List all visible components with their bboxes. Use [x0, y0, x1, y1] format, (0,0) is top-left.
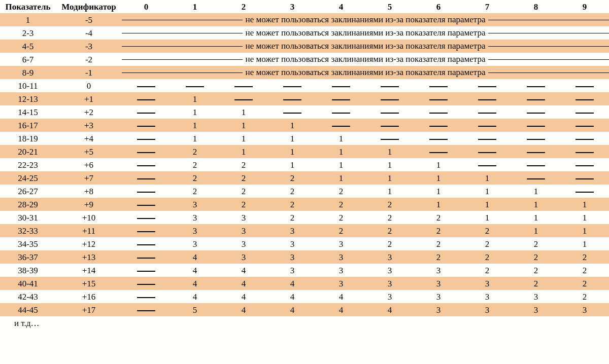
cell-modifier: +4	[56, 132, 122, 145]
col-level-6: 6	[414, 0, 463, 13]
dash-icon	[478, 139, 496, 140]
cell-bonus	[317, 92, 365, 105]
cell-modifier: +6	[56, 158, 122, 171]
cell-bonus	[317, 105, 365, 119]
cell-modifier: -4	[56, 26, 122, 40]
cell-bonus: 3	[268, 224, 317, 237]
cell-score: 42-43	[0, 290, 56, 303]
cell-modifier: 0	[56, 79, 122, 92]
cell-bonus	[122, 237, 171, 250]
cell-modifier: +13	[56, 250, 122, 264]
cell-score: 1	[0, 13, 56, 26]
cell-score: 44-45	[0, 303, 56, 316]
table-row: 2-3-4не может пользоваться заклинаниями …	[0, 26, 609, 40]
cell-modifier: +14	[56, 264, 122, 277]
cell-bonus: 3	[317, 277, 365, 290]
cell-bonus: 1	[317, 145, 365, 158]
cell-bonus: 4	[219, 290, 268, 303]
dash-icon	[478, 113, 496, 114]
cell-bonus: 2	[317, 198, 365, 211]
cell-bonus	[219, 79, 268, 92]
cannot-cast-text: не может пользоваться заклинаниями из-за…	[243, 54, 489, 64]
table-row: 28-29+9322221111	[0, 198, 609, 211]
cell-bonus	[414, 79, 463, 92]
cell-bonus	[122, 250, 171, 264]
table-row: 16-17+3111	[0, 119, 609, 132]
col-level-7: 7	[463, 0, 512, 13]
cell-bonus: 2	[268, 185, 317, 198]
cell-bonus: 3	[414, 290, 463, 303]
cell-bonus	[122, 224, 171, 237]
cell-bonus: 2	[268, 171, 317, 185]
cell-bonus: 3	[512, 303, 560, 316]
table-footer-row: и т.д…	[0, 316, 609, 330]
dash-icon	[137, 244, 155, 245]
dash-icon	[137, 297, 155, 298]
cell-bonus: 4	[317, 303, 365, 316]
cell-bonus: 2	[414, 237, 463, 250]
cell-bonus: 3	[171, 237, 219, 250]
dash-icon	[381, 126, 399, 127]
cell-bonus	[512, 79, 560, 92]
table-row: 4-5-3не может пользоваться заклинаниями …	[0, 40, 609, 53]
cell-bonus: 2	[512, 277, 560, 290]
cell-bonus: 1	[219, 145, 268, 158]
cell-bonus: 1	[317, 158, 365, 171]
cell-score: 32-33	[0, 224, 56, 237]
cell-bonus: 2	[560, 264, 609, 277]
dash-icon	[527, 86, 545, 87]
cell-bonus: 2	[414, 211, 463, 224]
cell-bonus: 1	[560, 224, 609, 237]
cell-bonus: 2	[219, 158, 268, 171]
footer-etc: и т.д…	[0, 316, 609, 330]
dash-icon	[137, 139, 155, 140]
cell-bonus	[512, 158, 560, 171]
cell-modifier: -3	[56, 40, 122, 53]
dash-icon	[429, 99, 448, 100]
cell-bonus	[219, 92, 268, 105]
dash-icon	[283, 99, 301, 100]
cell-score: 26-27	[0, 185, 56, 198]
cell-bonus	[122, 145, 171, 158]
cell-bonus: 1	[560, 211, 609, 224]
dash-icon	[527, 113, 545, 114]
cell-modifier: +7	[56, 171, 122, 185]
dash-icon	[137, 113, 155, 114]
cell-cannot-cast-message: не может пользоваться заклинаниями из-за…	[122, 53, 609, 66]
cell-bonus: 3	[512, 290, 560, 303]
cell-bonus	[414, 132, 463, 145]
cell-bonus: 1	[365, 158, 414, 171]
cell-score: 12-13	[0, 92, 56, 105]
dash-icon	[527, 165, 545, 166]
dash-icon	[478, 126, 496, 127]
cell-bonus	[560, 185, 609, 198]
cell-bonus: 3	[317, 250, 365, 264]
col-level-9: 9	[560, 0, 609, 13]
dash-icon	[576, 113, 594, 114]
cell-bonus: 4	[268, 277, 317, 290]
cell-score: 20-21	[0, 145, 56, 158]
cell-bonus: 3	[365, 277, 414, 290]
cell-bonus	[365, 79, 414, 92]
cannot-cast-text: не может пользоваться заклинаниями из-за…	[243, 15, 489, 25]
cell-bonus: 1	[219, 119, 268, 132]
dash-icon	[527, 126, 545, 127]
dash-icon	[429, 126, 448, 127]
cell-bonus: 2	[317, 211, 365, 224]
cell-bonus: 2	[512, 237, 560, 250]
cell-bonus: 3	[171, 224, 219, 237]
cell-bonus: 2	[414, 250, 463, 264]
cell-bonus: 2	[463, 264, 512, 277]
cell-bonus: 1	[268, 145, 317, 158]
cell-cannot-cast-message: не может пользоваться заклинаниями из-за…	[122, 66, 609, 79]
cell-bonus: 1	[463, 185, 512, 198]
dash-icon	[429, 86, 448, 87]
cell-bonus: 1	[414, 171, 463, 185]
cell-bonus: 3	[317, 264, 365, 277]
cell-score: 28-29	[0, 198, 56, 211]
cell-bonus: 1	[171, 132, 219, 145]
cell-cannot-cast-message: не может пользоваться заклинаниями из-за…	[122, 13, 609, 26]
cell-cannot-cast-message: не может пользоваться заклинаниями из-за…	[122, 26, 609, 40]
cell-bonus: 2	[268, 211, 317, 224]
cell-bonus	[122, 185, 171, 198]
